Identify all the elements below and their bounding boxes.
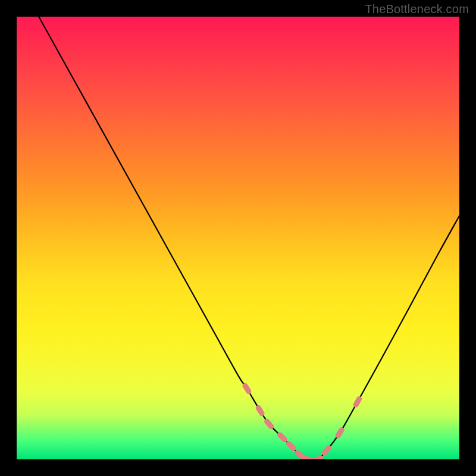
marker-point (258, 408, 262, 414)
marker-point (338, 430, 342, 436)
plot-area (17, 17, 459, 459)
marker-point (356, 399, 359, 405)
curve-svg (17, 17, 459, 459)
marker-point (306, 459, 312, 459)
marker-point (245, 386, 249, 391)
marker-point (298, 453, 303, 457)
watermark-text: TheBottleneck.com (365, 2, 469, 16)
marker-point (267, 421, 271, 426)
curve-markers (245, 386, 359, 459)
marker-point (324, 448, 328, 453)
marker-point (289, 444, 293, 449)
chart-container: TheBottleneck.com (0, 0, 476, 476)
marker-point (315, 458, 321, 460)
marker-point (280, 435, 285, 440)
